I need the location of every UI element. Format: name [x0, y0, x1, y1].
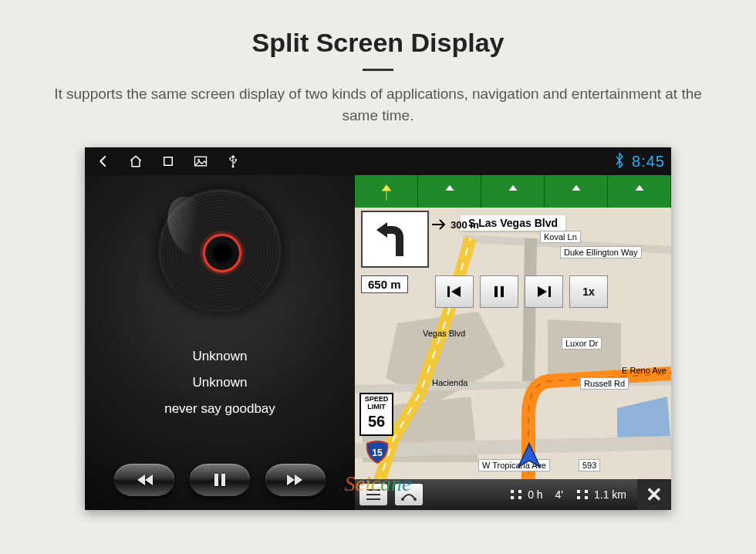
track-title: Unknown [164, 343, 275, 370]
svg-text:15: 15 [372, 448, 383, 458]
svg-rect-19 [548, 286, 551, 297]
sim-prev-button[interactable] [435, 275, 474, 308]
svg-rect-23 [366, 498, 380, 500]
recent-apps-icon[interactable] [160, 154, 176, 169]
svg-rect-31 [577, 496, 580, 499]
lane-2 [418, 175, 481, 208]
speed-limit-sign: SPEED LIMIT 56 [359, 393, 393, 436]
street-hacienda: Hacienda [429, 377, 471, 388]
svg-point-24 [401, 498, 404, 501]
svg-rect-21 [366, 489, 380, 491]
track-album: never say goodbay [164, 396, 275, 422]
street-vegas-blvd: Vegas Blvd [420, 328, 468, 339]
nav-menu-button[interactable] [359, 484, 387, 505]
svg-rect-0 [164, 157, 173, 166]
sim-pause-button[interactable] [480, 275, 518, 308]
svg-marker-10 [548, 319, 621, 381]
street-tropicana-no: 593 [579, 459, 600, 471]
svg-rect-29 [518, 496, 521, 499]
lane-5 [608, 175, 671, 208]
page-title: Split Screen Display [0, 0, 756, 58]
back-icon[interactable] [96, 154, 111, 169]
music-pause-button[interactable] [190, 464, 250, 496]
status-bar: 8:45 [85, 147, 671, 175]
svg-rect-4 [235, 159, 237, 160]
street-duke: Duke Ellington Way [560, 246, 642, 258]
nav-remaining-distance: 1.1 km [575, 488, 626, 502]
album-disc [158, 189, 282, 312]
device-screenshot: 8:45 Unknown Unknown never say goodbay [85, 147, 671, 510]
street-russell: Russell Rd [580, 377, 629, 390]
music-prev-button[interactable] [114, 464, 174, 496]
street-luxor: Luxor Dr [562, 337, 602, 350]
picture-icon[interactable] [193, 154, 208, 169]
street-reno: E Reno Ave [619, 365, 670, 376]
svg-point-5 [232, 165, 235, 167]
music-pane: Unknown Unknown never say goodbay [85, 175, 355, 510]
svg-marker-9 [386, 312, 505, 404]
page-subtitle: It supports the same screen display of t… [0, 83, 756, 147]
main-distance: 650 m [361, 275, 408, 293]
home-icon[interactable] [128, 154, 143, 169]
svg-rect-7 [221, 474, 225, 486]
lane-guidance-bar [355, 175, 671, 208]
svg-point-25 [413, 498, 417, 501]
svg-rect-28 [518, 490, 521, 493]
sim-speed-button[interactable]: 1x [569, 275, 608, 308]
track-artist: Unknown [164, 370, 275, 396]
sim-next-button[interactable] [525, 275, 563, 308]
sim-controls: 1x [435, 275, 608, 308]
svg-marker-12 [617, 397, 671, 447]
preview-distance: 300 m [432, 218, 479, 231]
nav-close-button[interactable]: ✕ [637, 479, 671, 510]
interstate-shield: 15 [366, 441, 389, 464]
svg-rect-32 [585, 490, 588, 493]
status-clock: 8:45 [632, 153, 665, 171]
svg-rect-26 [511, 490, 514, 493]
svg-rect-22 [366, 494, 380, 495]
vehicle-arrow-icon [515, 442, 543, 470]
next-turn-sign [361, 211, 429, 268]
svg-rect-6 [214, 474, 218, 486]
svg-rect-33 [585, 496, 588, 499]
nav-bottom-bar: 0 h 4' 1.1 km ✕ [355, 479, 671, 510]
svg-line-13 [355, 443, 671, 451]
music-next-button[interactable] [265, 464, 326, 496]
svg-rect-27 [511, 496, 514, 499]
svg-rect-30 [577, 490, 580, 493]
svg-rect-18 [501, 286, 504, 297]
bluetooth-icon [613, 152, 626, 171]
usb-icon[interactable] [225, 154, 241, 169]
title-underline [363, 69, 393, 71]
svg-point-3 [229, 157, 231, 159]
svg-rect-17 [494, 286, 498, 297]
nav-eta: 0 h 4' [509, 488, 563, 502]
lane-1 [355, 175, 418, 208]
navigation-pane: S Las Vegas Blvd 300 m 650 m 1x SPEED [355, 175, 671, 510]
lane-4 [545, 175, 608, 208]
street-koval: Koval Ln [540, 231, 581, 243]
nav-route-button[interactable] [395, 484, 423, 505]
svg-rect-16 [447, 286, 450, 297]
lane-3 [481, 175, 545, 208]
